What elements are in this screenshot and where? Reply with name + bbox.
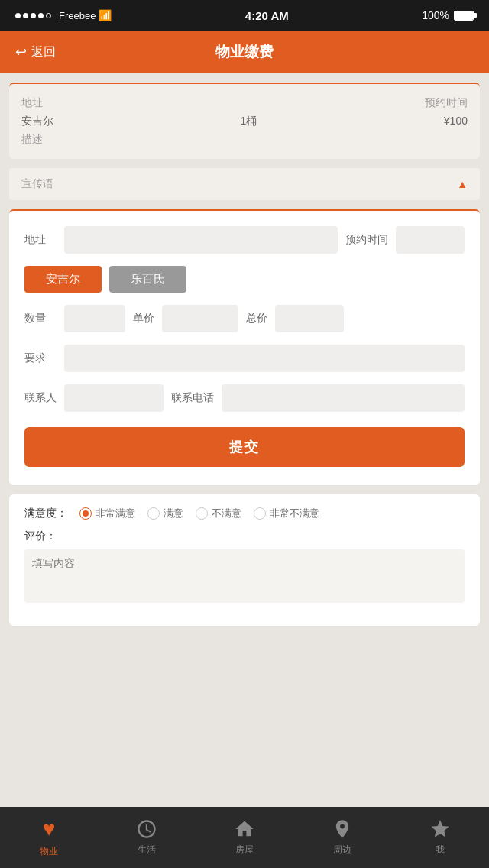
info-labels-row: 地址 预约时间: [21, 96, 468, 110]
slogan-label: 宣传语: [21, 177, 53, 191]
wifi-icon: 📶: [99, 9, 112, 21]
radio-satisfied-label: 满意: [164, 507, 183, 520]
form-reservation-label: 预约时间: [345, 233, 388, 247]
tab-wuye-label: 物业: [40, 845, 58, 858]
price-value: ¥100: [444, 115, 468, 128]
radio-very-unsatisfied[interactable]: 非常不满意: [254, 507, 319, 520]
form-card: 地址 预约时间 安吉尔 乐百氏 数量 单价 总价 要求 联系人 联: [9, 209, 480, 485]
back-label: 返回: [31, 44, 56, 60]
status-left: Freebee 📶: [15, 9, 112, 21]
status-time: 4:20 AM: [245, 9, 289, 22]
tab-bar: ♥ 物业 生活 房屋 周边 我: [0, 807, 489, 868]
tab-wo-label: 我: [436, 844, 445, 857]
radio-unsatisfied[interactable]: 不满意: [196, 507, 241, 520]
type-btn-lebais[interactable]: 乐百氏: [109, 266, 186, 293]
battery-fill: [455, 11, 473, 20]
dot-2: [23, 13, 28, 18]
address-value: 安吉尔: [21, 115, 53, 128]
status-right: 100%: [422, 9, 474, 21]
eval-textarea[interactable]: [24, 549, 465, 603]
rating-card: 满意度： 非常满意 满意 不满意 非常不满意 评价：: [9, 494, 480, 626]
star-icon: [429, 818, 451, 840]
requirements-row: 要求: [24, 345, 465, 372]
req-label: 要求: [24, 351, 57, 365]
tab-fangwu-label: 房屋: [235, 844, 254, 857]
reservation-label: 预约时间: [425, 96, 468, 110]
dot-4: [38, 13, 44, 18]
tab-wo[interactable]: 我: [410, 818, 471, 857]
page-title: 物业缴费: [215, 42, 274, 62]
form-address-label: 地址: [24, 233, 57, 247]
radio-very-unsatisfied-label: 非常不满意: [270, 507, 319, 520]
slogan-row[interactable]: 宣传语 ▲: [9, 168, 480, 200]
address-reservation-row: 地址 预约时间: [24, 226, 465, 254]
radio-very-satisfied-label: 非常满意: [96, 507, 135, 520]
qty-input[interactable]: [64, 305, 125, 332]
unit-label: 单价: [133, 312, 154, 326]
bottom-spacer: [0, 635, 489, 704]
eval-row: 评价：: [24, 530, 465, 606]
satisfaction-label: 满意度：: [24, 507, 67, 520]
radio-very-unsatisfied-circle: [254, 507, 266, 520]
radio-satisfied-circle: [147, 507, 160, 520]
address-input[interactable]: [64, 226, 338, 254]
dot-1: [15, 13, 21, 18]
radio-dot: [83, 510, 89, 517]
status-bar: Freebee 📶 4:20 AM 100%: [0, 0, 489, 31]
qty-row: 数量 单价 总价: [24, 305, 465, 332]
address-label: 地址: [21, 96, 43, 110]
tab-fangwu[interactable]: 房屋: [214, 818, 275, 857]
total-input[interactable]: [275, 305, 344, 332]
quantity-value: 1桶: [241, 115, 257, 128]
desc-label: 描述: [21, 133, 468, 147]
contact-input[interactable]: [64, 384, 164, 412]
radio-unsatisfied-label: 不满意: [212, 507, 241, 520]
battery-icon: [454, 11, 474, 21]
battery-label: 100%: [422, 9, 449, 21]
tab-zhoubian[interactable]: 周边: [312, 818, 373, 857]
rating-row: 满意度： 非常满意 满意 不满意 非常不满意: [24, 507, 465, 520]
nav-bar: ↩ 返回 物业缴费: [0, 31, 489, 73]
tab-zhoubian-label: 周边: [333, 844, 351, 857]
eval-label: 评价：: [24, 530, 465, 543]
tab-shenghuo-label: 生活: [138, 844, 156, 857]
info-values-row: 安吉尔 1桶 ¥100: [21, 115, 468, 128]
heart-icon: ♥: [43, 817, 56, 841]
content-area: 地址 预约时间 安吉尔 1桶 ¥100 描述 宣传语 ▲ 地址 预约时间 安吉尔…: [0, 73, 489, 713]
chevron-up-icon: ▲: [457, 178, 468, 190]
contact-label: 联系人: [24, 391, 57, 405]
phone-input[interactable]: [222, 384, 465, 412]
clock-icon: [136, 818, 157, 840]
info-summary-card: 地址 预约时间 安吉尔 1桶 ¥100 描述: [9, 83, 480, 159]
type-btn-anjier[interactable]: 安吉尔: [24, 266, 102, 293]
contact-row: 联系人 联系电话: [24, 384, 465, 412]
reservation-input[interactable]: [396, 226, 465, 254]
radio-unsatisfied-circle: [196, 507, 208, 520]
total-label: 总价: [246, 312, 267, 326]
home-icon: [234, 818, 255, 840]
qty-label: 数量: [24, 312, 57, 326]
radio-very-satisfied[interactable]: 非常满意: [79, 507, 135, 520]
back-button[interactable]: ↩ 返回: [15, 44, 56, 60]
carrier-label: Freebee: [59, 10, 96, 21]
unit-price-input[interactable]: [162, 305, 238, 332]
radio-satisfied[interactable]: 满意: [147, 507, 183, 520]
phone-label: 联系电话: [171, 391, 214, 405]
dot-3: [31, 13, 36, 18]
signal-dots: [15, 13, 51, 18]
type-button-group: 安吉尔 乐百氏: [24, 266, 465, 293]
submit-button[interactable]: 提交: [24, 427, 465, 467]
dot-5: [46, 13, 51, 18]
tab-shenghuo[interactable]: 生活: [116, 818, 177, 857]
location-icon: [332, 818, 353, 840]
radio-very-satisfied-circle: [79, 507, 92, 520]
req-input[interactable]: [64, 345, 465, 372]
back-arrow-icon: ↩: [15, 44, 27, 60]
tab-wuye[interactable]: ♥ 物业: [18, 817, 79, 858]
